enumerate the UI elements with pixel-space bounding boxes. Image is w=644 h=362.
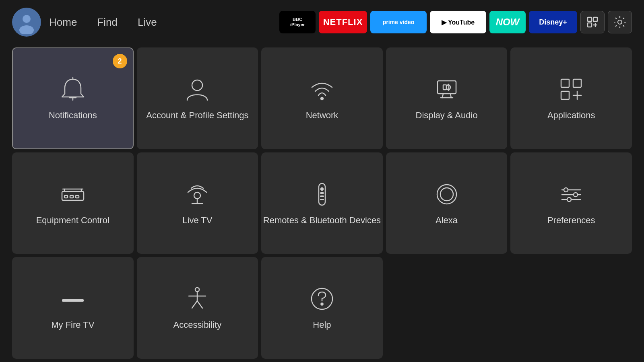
- equipment-control-label: Equipment Control: [36, 215, 109, 226]
- svg-line-15: [442, 94, 443, 98]
- svg-rect-36: [320, 192, 324, 194]
- live-tv-label: Live TV: [182, 215, 212, 226]
- svg-rect-4: [593, 17, 597, 21]
- svg-rect-27: [76, 195, 79, 198]
- network-label: Network: [306, 110, 339, 121]
- svg-line-16: [450, 94, 451, 98]
- alexa-label: Alexa: [436, 215, 458, 226]
- help-label: Help: [313, 319, 331, 331]
- settings-grid: 2 Notifications Account & Profile Settin…: [0, 44, 644, 362]
- apps-grid-button[interactable]: [580, 11, 605, 33]
- svg-rect-5: [588, 23, 592, 27]
- svg-point-12: [192, 80, 202, 90]
- nav-links: Home Find Live: [49, 16, 157, 29]
- live-tv-icon: [183, 180, 211, 208]
- live-tv-tile[interactable]: Live TV: [137, 152, 258, 254]
- svg-rect-20: [573, 79, 581, 87]
- nav-live[interactable]: Live: [138, 16, 157, 29]
- account-profile-label: Account & Profile Settings: [146, 110, 248, 121]
- network-tile[interactable]: Network: [261, 47, 383, 149]
- svg-point-31: [194, 192, 200, 199]
- svg-point-8: [618, 20, 622, 24]
- settings-button[interactable]: [608, 11, 632, 33]
- accessibility-icon: [183, 285, 211, 313]
- account-icon: [183, 75, 211, 103]
- applications-label: Applications: [547, 110, 595, 121]
- applications-tile[interactable]: Applications: [510, 47, 632, 149]
- svg-rect-47: [62, 299, 84, 302]
- prime-video-button[interactable]: prime video: [370, 11, 427, 33]
- svg-rect-21: [561, 91, 569, 99]
- svg-point-46: [567, 197, 571, 202]
- my-fire-tv-label: My Fire TV: [51, 319, 94, 331]
- nav-find[interactable]: Find: [97, 16, 118, 29]
- notifications-icon: [59, 75, 87, 103]
- remotes-bluetooth-label: Remotes & Bluetooth Devices: [263, 215, 381, 226]
- preferences-icon: [557, 180, 585, 208]
- svg-point-40: [440, 188, 453, 201]
- equipment-control-icon: [59, 180, 87, 208]
- network-icon: [308, 75, 336, 103]
- svg-rect-3: [588, 17, 592, 21]
- remotes-bluetooth-tile[interactable]: Remotes & Bluetooth Devices: [261, 152, 383, 254]
- svg-point-45: [574, 193, 578, 197]
- user-avatar[interactable]: [12, 8, 41, 37]
- help-icon: [308, 285, 336, 313]
- notifications-label: Notifications: [49, 110, 97, 121]
- youtube-button[interactable]: ▶ YouTube: [430, 11, 486, 33]
- svg-rect-19: [561, 79, 569, 87]
- netflix-button[interactable]: NETFLIX: [319, 11, 367, 33]
- notifications-tile[interactable]: 2 Notifications: [12, 47, 134, 149]
- notification-badge: 2: [113, 54, 127, 68]
- svg-rect-38: [320, 199, 324, 200]
- now-button[interactable]: NOW: [489, 11, 526, 33]
- accessibility-label: Accessibility: [173, 319, 221, 331]
- disney-plus-button[interactable]: Disney+: [529, 11, 577, 33]
- alexa-icon: [433, 180, 461, 208]
- svg-point-44: [564, 188, 568, 192]
- my-fire-tv-icon: [59, 285, 87, 313]
- svg-point-35: [321, 188, 323, 190]
- nav-home[interactable]: Home: [49, 16, 77, 29]
- svg-rect-25: [64, 195, 68, 198]
- svg-line-52: [197, 301, 202, 308]
- svg-point-13: [321, 97, 323, 100]
- empty-cell-1: [386, 257, 508, 359]
- bbc-iplayer-button[interactable]: BBCiPlayer: [279, 11, 316, 33]
- my-fire-tv-tile[interactable]: My Fire TV: [12, 257, 134, 359]
- empty-cell-2: [510, 257, 632, 359]
- svg-rect-26: [70, 195, 73, 198]
- applications-icon: [557, 75, 585, 103]
- display-audio-label: Display & Audio: [416, 110, 478, 121]
- svg-rect-37: [320, 195, 324, 197]
- remotes-bluetooth-icon: [308, 180, 336, 208]
- svg-point-48: [195, 288, 199, 292]
- display-audio-tile[interactable]: Display & Audio: [386, 47, 508, 149]
- svg-point-54: [321, 303, 323, 305]
- svg-point-1: [23, 15, 31, 23]
- top-navigation: Home Find Live BBCiPlayer NETFLIX prime …: [0, 0, 644, 44]
- accessibility-tile[interactable]: Accessibility: [137, 257, 258, 359]
- alexa-tile[interactable]: Alexa: [386, 152, 508, 254]
- svg-rect-34: [319, 183, 325, 205]
- help-tile[interactable]: Help: [261, 257, 383, 359]
- streaming-icons: BBCiPlayer NETFLIX prime video ▶ YouTube…: [279, 11, 632, 33]
- display-audio-icon: [433, 75, 461, 103]
- preferences-tile[interactable]: Preferences: [510, 152, 632, 254]
- equipment-control-tile[interactable]: Equipment Control: [12, 152, 134, 254]
- account-profile-tile[interactable]: Account & Profile Settings: [137, 47, 258, 149]
- preferences-label: Preferences: [547, 215, 595, 226]
- svg-line-51: [192, 301, 197, 308]
